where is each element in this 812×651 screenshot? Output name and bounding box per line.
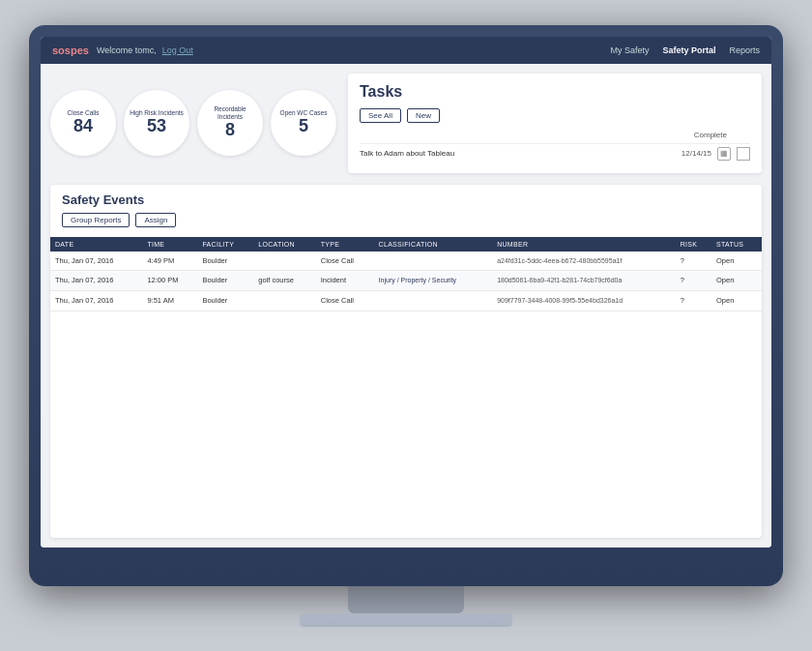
- nav-my-safety[interactable]: My Safety: [610, 45, 649, 55]
- cell-status: Open: [711, 252, 762, 271]
- cell-classification: [374, 291, 493, 311]
- cell-facility: Boulder: [197, 291, 253, 311]
- table-row: Thu, Jan 07, 2016 9:51 AM Boulder Close …: [50, 291, 762, 311]
- col-status: STATUS: [711, 237, 762, 252]
- cell-risk: ?: [676, 252, 711, 271]
- col-location: LOCATION: [253, 237, 316, 252]
- cell-type: Close Call: [316, 252, 374, 271]
- stat-close-calls: Close Calls 84: [50, 90, 116, 156]
- logout-link[interactable]: Log Out: [162, 45, 193, 55]
- cell-time: 4:49 PM: [142, 252, 197, 271]
- logo: sospes: [52, 44, 89, 56]
- safety-events-section: Safety Events Group Reports Assign DATE …: [50, 185, 762, 538]
- col-facility: FACILITY: [197, 237, 253, 252]
- cell-time: 9:51 AM: [142, 291, 197, 311]
- task-checkbox[interactable]: [737, 147, 750, 161]
- stat-recordable: Recordable Incidents 8: [197, 90, 263, 156]
- tasks-see-all-button[interactable]: See All: [360, 108, 401, 123]
- tasks-panel: Tasks See All New Complete Talk to Adam …: [348, 74, 762, 173]
- col-date: DATE: [50, 237, 142, 252]
- cell-date: Thu, Jan 07, 2016: [50, 291, 142, 311]
- assign-button[interactable]: Assign: [135, 213, 176, 227]
- navbar: sospes Welcome tomc, Log Out My Safety S…: [41, 37, 771, 64]
- col-type: TYPE: [316, 237, 374, 252]
- col-time: TIME: [142, 237, 197, 252]
- group-reports-button[interactable]: Group Reports: [62, 213, 130, 227]
- task-date: 12/14/15: [682, 149, 711, 158]
- cell-risk: ?: [676, 271, 711, 291]
- cell-location: golf course: [253, 271, 316, 291]
- cell-classification: Injury / Property / Security: [374, 271, 493, 291]
- monitor-screen: sospes Welcome tomc, Log Out My Safety S…: [41, 37, 771, 547]
- cell-facility: Boulder: [197, 252, 253, 271]
- cell-date: Thu, Jan 07, 2016: [50, 252, 142, 271]
- cell-location: [253, 252, 316, 271]
- stat-recordable-value: 8: [225, 121, 235, 140]
- cell-classification: [374, 252, 493, 271]
- task-item: Talk to Adam about Tableau 12/14/15 ▦: [360, 143, 750, 163]
- events-table-scroll[interactable]: DATE TIME FACILITY LOCATION TYPE CLASSIF…: [50, 237, 762, 538]
- col-number: NUMBER: [492, 237, 676, 252]
- stat-open-wc: Open WC Cases 5: [271, 90, 336, 156]
- monitor-stand: [348, 586, 464, 613]
- table-row: Thu, Jan 07, 2016 4:49 PM Boulder Close …: [50, 252, 762, 271]
- stat-recordable-label: Recordable Incidents: [201, 105, 259, 121]
- cell-status: Open: [711, 291, 762, 311]
- tasks-buttons: See All New: [360, 108, 750, 123]
- task-text: Talk to Adam about Tableau: [360, 149, 682, 158]
- cell-date: Thu, Jan 07, 2016: [50, 271, 142, 291]
- safety-events-header: Safety Events Group Reports Assign: [50, 185, 762, 237]
- logo-accent: so: [52, 44, 65, 56]
- table-row: Thu, Jan 07, 2016 12:00 PM Boulder golf …: [50, 271, 762, 291]
- calendar-icon[interactable]: ▦: [717, 147, 731, 161]
- main-content: Close Calls 84 High Risk Incidents 53 Re…: [41, 64, 771, 547]
- monitor-outer: sospes Welcome tomc, Log Out My Safety S…: [29, 25, 783, 586]
- cell-facility: Boulder: [197, 271, 253, 291]
- cell-time: 12:00 PM: [142, 271, 197, 291]
- top-row: Close Calls 84 High Risk Incidents 53 Re…: [50, 74, 762, 173]
- safety-buttons: Group Reports Assign: [62, 213, 750, 227]
- nav-links: My Safety Safety Portal Reports: [610, 45, 760, 55]
- nav-reports[interactable]: Reports: [729, 45, 760, 55]
- stat-high-risk-value: 53: [147, 117, 166, 136]
- stat-open-wc-value: 5: [299, 117, 308, 136]
- cell-status: Open: [711, 271, 762, 291]
- col-classification: CLASSIFICATION: [374, 237, 493, 252]
- monitor-wrapper: sospes Welcome tomc, Log Out My Safety S…: [29, 25, 783, 627]
- safety-events-title: Safety Events: [62, 192, 750, 207]
- nav-welcome: Welcome tomc,: [97, 45, 157, 55]
- nav-safety-portal[interactable]: Safety Portal: [662, 45, 715, 55]
- cell-type: Close Call: [316, 291, 374, 311]
- cell-number: 180d5061-6ba9-42f1-b281-74cb79cf6d0a: [492, 271, 676, 291]
- cell-number: a24fd31c-5ddc-4eea-b672-480bb5595a1f: [492, 252, 676, 271]
- stats-row: Close Calls 84 High Risk Incidents 53 Re…: [50, 74, 336, 173]
- col-risk: RISK: [676, 237, 711, 252]
- tasks-new-button[interactable]: New: [407, 108, 440, 123]
- stat-high-risk: High Risk Incidents 53: [124, 90, 189, 156]
- cell-number: 909f7797-3448-4008-99f5-55e4bd326a1d: [492, 291, 676, 311]
- cell-location: [253, 291, 316, 311]
- events-table: DATE TIME FACILITY LOCATION TYPE CLASSIF…: [50, 237, 762, 311]
- tasks-header: Complete: [360, 131, 750, 139]
- cell-risk: ?: [676, 291, 711, 311]
- stat-close-calls-value: 84: [73, 117, 93, 136]
- cell-type: Incident: [316, 271, 374, 291]
- table-header-row: DATE TIME FACILITY LOCATION TYPE CLASSIF…: [50, 237, 762, 252]
- complete-label: Complete: [694, 131, 727, 139]
- monitor-base: [300, 613, 512, 627]
- tasks-title: Tasks: [360, 83, 750, 101]
